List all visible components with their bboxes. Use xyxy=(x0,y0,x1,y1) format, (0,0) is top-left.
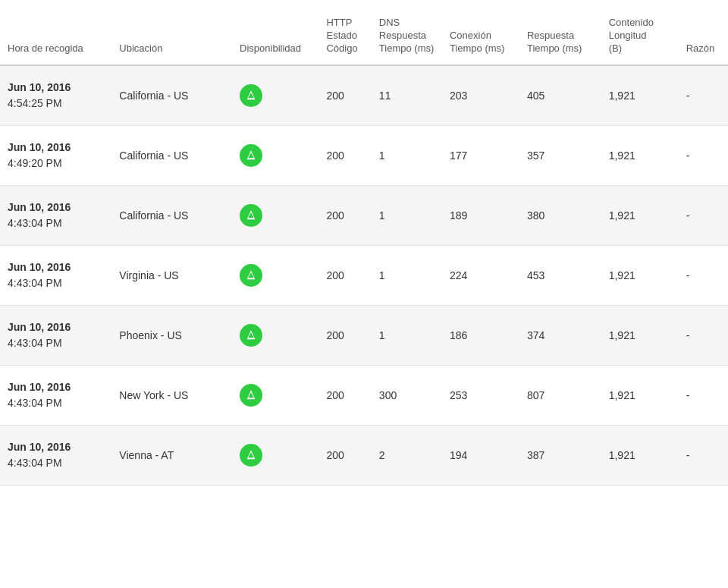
cell-http: 200 xyxy=(318,365,371,425)
cell-date: Jun 10, 2016 xyxy=(8,439,104,455)
cell-disponibilidad xyxy=(232,365,318,425)
cell-disponibilidad xyxy=(232,65,318,126)
header-disponibilidad: Disponibilidad xyxy=(232,8,318,65)
cell-date: Jun 10, 2016 xyxy=(8,379,104,395)
cell-http: 200 xyxy=(318,245,371,305)
cell-ubicacion: Vienna - AT xyxy=(111,425,232,485)
cell-respuesta: 405 xyxy=(519,65,601,126)
table-row: Jun 10, 20164:43:04 PMVirginia - US 2001… xyxy=(0,245,728,305)
cell-ubicacion: Phoenix - US xyxy=(111,305,232,365)
cell-conexion: 253 xyxy=(442,365,519,425)
table-row: Jun 10, 20164:43:04 PMNew York - US 2003… xyxy=(0,365,728,425)
cell-razon: - xyxy=(679,365,728,425)
availability-up-icon xyxy=(240,204,262,227)
cell-time: 4:49:20 PM xyxy=(8,156,104,171)
header-http: HTTPEstadoCódigo xyxy=(318,8,371,65)
cell-disponibilidad xyxy=(232,425,318,485)
cell-razon: - xyxy=(679,185,728,245)
table-row: Jun 10, 20164:43:04 PMVienna - AT 200219… xyxy=(0,425,728,485)
cell-disponibilidad xyxy=(232,305,318,365)
cell-time: 4:43:04 PM xyxy=(8,335,104,351)
cell-dns: 1 xyxy=(372,305,442,365)
table-row: Jun 10, 20164:49:20 PMCalifornia - US 20… xyxy=(0,125,728,185)
cell-time: 4:43:04 PM xyxy=(8,275,104,291)
header-razon: Razón xyxy=(679,8,728,65)
cell-hora: Jun 10, 20164:43:04 PM xyxy=(0,245,111,305)
cell-conexion: 189 xyxy=(442,185,519,245)
monitoring-table: Hora de recogida Ubicación Disponibilida… xyxy=(0,8,728,486)
cell-hora: Jun 10, 20164:54:25 PM xyxy=(0,65,111,126)
header-dns: DNSRespuestaTiempo (ms) xyxy=(372,8,442,65)
table-row: Jun 10, 20164:54:25 PMCalifornia - US 20… xyxy=(0,65,728,126)
cell-ubicacion: California - US xyxy=(111,65,232,126)
cell-http: 200 xyxy=(318,125,371,185)
cell-dns: 1 xyxy=(372,185,442,245)
cell-razon: - xyxy=(679,125,728,185)
monitoring-table-container: Hora de recogida Ubicación Disponibilida… xyxy=(0,0,728,493)
cell-http: 200 xyxy=(318,185,371,245)
cell-hora: Jun 10, 20164:43:04 PM xyxy=(0,305,111,365)
cell-contenido: 1,921 xyxy=(601,245,679,305)
availability-up-icon xyxy=(240,384,262,407)
cell-time: 4:43:04 PM xyxy=(8,395,104,411)
cell-conexion: 224 xyxy=(442,245,519,305)
cell-date: Jun 10, 2016 xyxy=(8,200,104,215)
cell-contenido: 1,921 xyxy=(601,425,679,485)
cell-disponibilidad xyxy=(232,185,318,245)
cell-conexion: 203 xyxy=(442,65,519,126)
cell-hora: Jun 10, 20164:49:20 PM xyxy=(0,125,111,185)
cell-respuesta: 374 xyxy=(519,305,601,365)
cell-contenido: 1,921 xyxy=(601,305,679,365)
cell-dns: 300 xyxy=(372,365,442,425)
header-conexion: ConexiónTiempo (ms) xyxy=(442,8,519,65)
cell-respuesta: 453 xyxy=(519,245,601,305)
cell-date: Jun 10, 2016 xyxy=(8,80,104,96)
cell-time: 4:43:04 PM xyxy=(8,215,104,231)
table-row: Jun 10, 20164:43:04 PMCalifornia - US 20… xyxy=(0,185,728,245)
cell-conexion: 186 xyxy=(442,305,519,365)
cell-date: Jun 10, 2016 xyxy=(8,140,104,156)
cell-contenido: 1,921 xyxy=(601,185,679,245)
header-contenido: ContenidoLongitud(B) xyxy=(601,8,679,65)
cell-respuesta: 357 xyxy=(519,125,601,185)
cell-dns: 1 xyxy=(372,125,442,185)
cell-date: Jun 10, 2016 xyxy=(8,319,104,335)
cell-ubicacion: California - US xyxy=(111,125,232,185)
cell-respuesta: 387 xyxy=(519,425,601,485)
cell-respuesta: 380 xyxy=(519,185,601,245)
cell-http: 200 xyxy=(318,425,371,485)
availability-up-icon xyxy=(240,324,262,347)
cell-disponibilidad xyxy=(232,125,318,185)
availability-up-icon xyxy=(240,444,262,467)
table-row: Jun 10, 20164:43:04 PMPhoenix - US 20011… xyxy=(0,305,728,365)
cell-conexion: 194 xyxy=(442,425,519,485)
cell-http: 200 xyxy=(318,305,371,365)
cell-contenido: 1,921 xyxy=(601,365,679,425)
cell-date: Jun 10, 2016 xyxy=(8,259,104,275)
cell-dns: 2 xyxy=(372,425,442,485)
cell-dns: 1 xyxy=(372,245,442,305)
table-header-row: Hora de recogida Ubicación Disponibilida… xyxy=(0,8,728,65)
availability-up-icon xyxy=(240,144,262,167)
cell-razon: - xyxy=(679,425,728,485)
cell-hora: Jun 10, 20164:43:04 PM xyxy=(0,185,111,245)
cell-ubicacion: Virginia - US xyxy=(111,245,232,305)
cell-http: 200 xyxy=(318,65,371,126)
cell-conexion: 177 xyxy=(442,125,519,185)
cell-contenido: 1,921 xyxy=(601,65,679,126)
header-hora: Hora de recogida xyxy=(0,8,111,65)
cell-ubicacion: New York - US xyxy=(111,365,232,425)
cell-time: 4:54:25 PM xyxy=(8,96,104,112)
header-respuesta: RespuestaTiempo (ms) xyxy=(519,8,601,65)
header-ubicacion: Ubicación xyxy=(111,8,232,65)
availability-up-icon xyxy=(240,84,262,107)
cell-razon: - xyxy=(679,305,728,365)
cell-razon: - xyxy=(679,245,728,305)
cell-respuesta: 807 xyxy=(519,365,601,425)
cell-disponibilidad xyxy=(232,245,318,305)
cell-hora: Jun 10, 20164:43:04 PM xyxy=(0,425,111,485)
cell-razon: - xyxy=(679,65,728,126)
availability-up-icon xyxy=(240,264,262,287)
cell-time: 4:43:04 PM xyxy=(8,455,104,471)
cell-ubicacion: California - US xyxy=(111,185,232,245)
